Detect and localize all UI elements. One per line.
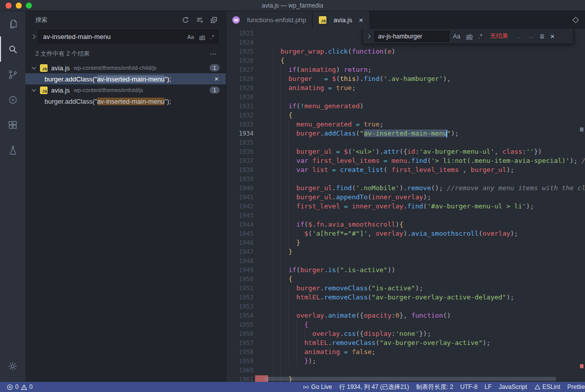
code-line[interactable]: 1956overlay.css({display:'none'}); (226, 329, 585, 338)
search-input[interactable] (43, 33, 184, 40)
code-line[interactable]: 1959}); (226, 357, 585, 366)
code-line[interactable]: 1960 (226, 366, 585, 375)
result-file-row[interactable]: JS avia.js wp-content/themes/enfold-chil… (25, 62, 226, 73)
find-input[interactable] (374, 31, 449, 42)
previous-match-icon[interactable]: ← (514, 32, 524, 41)
minimize-window-button[interactable] (16, 3, 22, 9)
problems-indicator[interactable]: 0 0 (3, 382, 36, 392)
code-line[interactable]: 1931if(!menu_generated) (226, 102, 585, 111)
code-line[interactable]: 1935 (226, 138, 585, 147)
code-line[interactable]: 1949if(burger.is(".is-active")) (226, 266, 585, 275)
close-window-button[interactable] (6, 3, 12, 9)
dismiss-result-icon[interactable]: × (215, 75, 219, 82)
php-file-icon: W (232, 16, 240, 24)
code-line[interactable]: 1936burger_ul = $('<ul>').attr({id:'av-b… (226, 147, 585, 156)
code-line[interactable]: 1953 (226, 302, 585, 311)
code-line[interactable]: 1955{ (226, 320, 585, 329)
explorer-icon[interactable] (0, 11, 25, 36)
prettier-status[interactable]: Prettier (564, 382, 585, 392)
find-status: 无结果 (490, 32, 508, 40)
run-debug-icon[interactable] (0, 87, 25, 112)
code-line[interactable]: 1944if($.fn.avia_smoothscroll){ (226, 220, 585, 229)
code-line[interactable]: 1929animating = true; (226, 83, 585, 93)
code-line[interactable]: 1942first_level = inner_overlay.find('#a… (226, 202, 585, 211)
result-count-badge: 1 (210, 64, 220, 71)
code-line[interactable]: 1940burger_ul.find('.noMobile').remove()… (226, 184, 585, 193)
tab-avia-js[interactable]: JS avia.js × (313, 11, 370, 29)
find-in-selection-icon[interactable]: ≣ (537, 32, 547, 41)
code-line[interactable]: 1958animating = false; (226, 347, 585, 357)
toggle-replace-chevron[interactable] (366, 34, 370, 38)
search-result-match[interactable]: burger.addClass("av-inserted-main-menu")… (25, 96, 226, 107)
code-line[interactable]: 1925burger_wrap.click(function(e) (226, 47, 585, 56)
code-line[interactable]: 1941burger_ul.appendTo(inner_overlay); (226, 193, 585, 202)
refresh-icon[interactable] (182, 16, 189, 24)
clear-results-icon[interactable] (196, 16, 203, 24)
editor-actions-icon[interactable] (572, 17, 579, 23)
code-line[interactable]: 1943 (226, 211, 585, 220)
code-line[interactable]: 1945$('a[href*="#"]', overlay).avia_smoo… (226, 229, 585, 238)
next-match-icon[interactable]: → (526, 32, 536, 41)
gear-icon[interactable] (0, 354, 25, 379)
line-number: 1961 (226, 375, 254, 382)
code-line[interactable]: 1930 (226, 93, 585, 102)
zoom-window-button[interactable] (26, 3, 32, 9)
code-editor[interactable]: 192319241925burger_wrap.click(function(e… (226, 29, 585, 382)
line-number: 1947 (226, 247, 254, 256)
line-number: 1952 (226, 293, 254, 302)
language-mode[interactable]: JavaScript (495, 382, 531, 392)
result-file-row[interactable]: JS avia.js wp-content/themes/enfold/js 1 (25, 84, 226, 96)
code-line[interactable]: 1957htmlEL.removeClass("av-burger-overla… (226, 338, 585, 347)
whole-word-toggle[interactable]: ab (197, 33, 207, 41)
code-line[interactable]: 1937var first_level_items = menu.find('>… (226, 156, 585, 165)
code-line[interactable]: 1952htmlEL.removeClass("av-burger-overla… (226, 293, 585, 302)
testing-icon[interactable] (0, 138, 25, 163)
extensions-icon[interactable] (0, 112, 25, 138)
go-live-button[interactable]: Go Live (299, 382, 336, 392)
chevron-down-icon (32, 65, 36, 69)
code-line[interactable]: 1948 (226, 256, 585, 266)
eol-setting[interactable]: LF (481, 382, 495, 392)
search-result-match[interactable]: burger.addClass("av-inserted-main-menu")… (25, 73, 226, 84)
title-bar: avia.js — wp_farmedia (0, 0, 585, 11)
code-line[interactable]: 1938var list = create_list( first_level_… (226, 165, 585, 175)
search-icon[interactable] (0, 36, 25, 62)
code-line[interactable]: 1932{ (226, 111, 585, 120)
js-file-icon: JS (40, 64, 48, 72)
close-find-icon[interactable]: × (548, 31, 557, 41)
code-line[interactable]: 1926{ (226, 56, 585, 65)
collapse-all-icon[interactable] (210, 16, 218, 24)
line-number: 1927 (226, 65, 254, 74)
code-line[interactable]: 1934burger.addClass("av-inserted-main-me… (226, 129, 585, 138)
code-line[interactable]: 1939 (226, 175, 585, 184)
more-actions-icon[interactable]: ⋯ (210, 50, 218, 58)
code-line[interactable]: 1954overlay.animate({opacity:0}, functio… (226, 311, 585, 320)
encoding-setting[interactable]: UTF-8 (457, 382, 481, 392)
close-tab-icon[interactable]: × (359, 16, 363, 24)
horizontal-scrollbar[interactable] (264, 377, 578, 381)
regex-toggle[interactable]: .* (476, 32, 484, 41)
toggle-replace-chevron[interactable] (31, 34, 36, 39)
code-line[interactable]: 1946} (226, 238, 585, 247)
code-line[interactable]: 1947} (226, 247, 585, 256)
cursor-position[interactable]: 行 1934, 列 47 (已选择21) (336, 382, 412, 392)
window-controls (0, 3, 32, 9)
code-line[interactable]: 1927if(animating) return; (226, 65, 585, 74)
match-case-toggle[interactable]: Aa (451, 32, 463, 41)
whole-word-toggle[interactable]: ab (464, 32, 475, 41)
search-sidebar: 搜索 Aa ab .* 2 文件中有 2 个结果 ⋯ (25, 11, 226, 382)
code-line[interactable]: 1933menu_generated = true; (226, 120, 585, 129)
code-line[interactable]: 1928burger = $(this).find('.av-hamburger… (226, 74, 585, 83)
eslint-status[interactable]: ESLint (531, 382, 564, 392)
regex-toggle[interactable]: .* (208, 33, 216, 41)
code-line[interactable]: 1950{ (226, 275, 585, 284)
tab-functions-enfold-php[interactable]: W functions-enfold.php (226, 11, 313, 29)
code-line[interactable]: 1951burger.removeClass("is-active"); (226, 284, 585, 293)
source-control-icon[interactable] (0, 62, 25, 87)
line-number: 1949 (226, 266, 254, 275)
match-case-toggle[interactable]: Aa (185, 33, 196, 41)
line-number: 1960 (226, 366, 254, 375)
find-widget: Aa ab .* 无结果 ← → ≣ × (362, 29, 574, 44)
indentation-setting[interactable]: 制表符长度: 2 (412, 382, 456, 392)
vertical-scrollbar[interactable] (578, 29, 585, 382)
